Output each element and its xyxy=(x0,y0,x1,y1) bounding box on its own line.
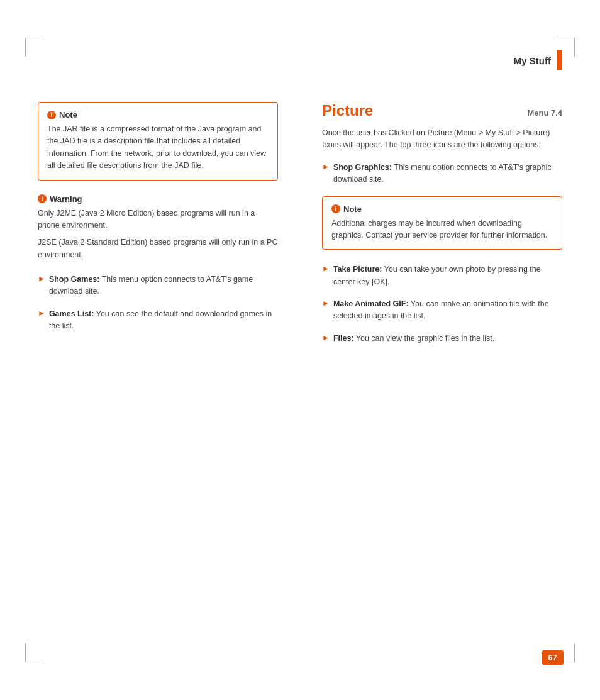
corner-mark-bl-h xyxy=(25,662,44,662)
warning-title: i Warning xyxy=(38,194,278,204)
header-title: My Stuff xyxy=(514,55,551,66)
page: My Stuff i Note The JAR file is a compre… xyxy=(0,0,600,700)
right-note-text: Additional charges may be incurred when … xyxy=(331,218,553,242)
section-title: Picture xyxy=(322,102,373,119)
bullet-text-make-gif: Make Animated GIF: You can make an anima… xyxy=(333,298,562,323)
corner-mark-tr-v xyxy=(574,38,575,57)
warning-paragraph-2: J2SE (Java 2 Standard Edition) based pro… xyxy=(38,236,278,261)
page-number: 67 xyxy=(542,650,564,665)
right-note-box: i Note Additional charges may be incurre… xyxy=(322,196,562,250)
bullet-text-files: Files: You can view the graphic files in… xyxy=(333,333,494,345)
bullet-arrow-r2: ► xyxy=(322,264,330,273)
corner-mark-br-v xyxy=(574,643,575,662)
corner-mark-tr-h xyxy=(556,38,575,38)
bullet-arrow-r4: ► xyxy=(322,333,330,342)
main-content: i Note The JAR file is a compressed form… xyxy=(0,83,600,392)
bullet-text-shop-graphics: Shop Graphics: This menu option connects… xyxy=(333,162,562,186)
bullet-text-games-list: Games List: You can see the default and … xyxy=(49,308,278,333)
header-bar xyxy=(557,50,562,70)
corner-mark-tl-v xyxy=(25,38,26,57)
bullet-arrow-1: ► xyxy=(38,274,45,283)
section-header: Picture Menu 7.4 xyxy=(322,102,562,119)
bullet-arrow-r3: ► xyxy=(322,299,330,308)
right-column: Picture Menu 7.4 Once the user has Click… xyxy=(316,102,562,355)
bullet-files: ► Files: You can view the graphic files … xyxy=(322,333,562,345)
footer: 67 xyxy=(542,653,564,662)
corner-mark-tl-h xyxy=(25,38,44,38)
right-note-icon: i xyxy=(331,204,340,213)
bullet-text-shop-games: Shop Games: This menu option connects to… xyxy=(49,274,278,298)
warning-box: i Warning Only J2ME (Java 2 Micro Editio… xyxy=(38,194,278,262)
note-box: i Note The JAR file is a compressed form… xyxy=(38,102,278,181)
section-intro: Once the user has Clicked on Picture (Me… xyxy=(322,127,562,152)
bullet-take-picture: ► Take Picture: You can take your own ph… xyxy=(322,264,562,288)
section-menu: Menu 7.4 xyxy=(527,108,562,118)
left-column: i Note The JAR file is a compressed form… xyxy=(38,102,291,355)
note-title: i Note xyxy=(47,110,269,119)
bullet-shop-games: ► Shop Games: This menu option connects … xyxy=(38,274,278,298)
warning-icon: i xyxy=(38,194,47,203)
bullet-games-list: ► Games List: You can see the default an… xyxy=(38,308,278,333)
header: My Stuff xyxy=(0,0,600,83)
corner-mark-bl-v xyxy=(25,643,26,662)
bullet-shop-graphics: ► Shop Graphics: This menu option connec… xyxy=(322,162,562,186)
right-note-title: i Note xyxy=(331,204,553,214)
bullet-make-gif: ► Make Animated GIF: You can make an ani… xyxy=(322,298,562,323)
bullet-arrow-2: ► xyxy=(38,309,45,318)
note-text: The JAR file is a compressed format of t… xyxy=(47,123,269,172)
bullet-text-take-picture: Take Picture: You can take your own phot… xyxy=(333,264,562,288)
warning-paragraph-1: Only J2ME (Java 2 Micro Edition) based p… xyxy=(38,208,278,232)
note-icon: i xyxy=(47,111,56,119)
bullet-arrow-r1: ► xyxy=(322,162,330,171)
